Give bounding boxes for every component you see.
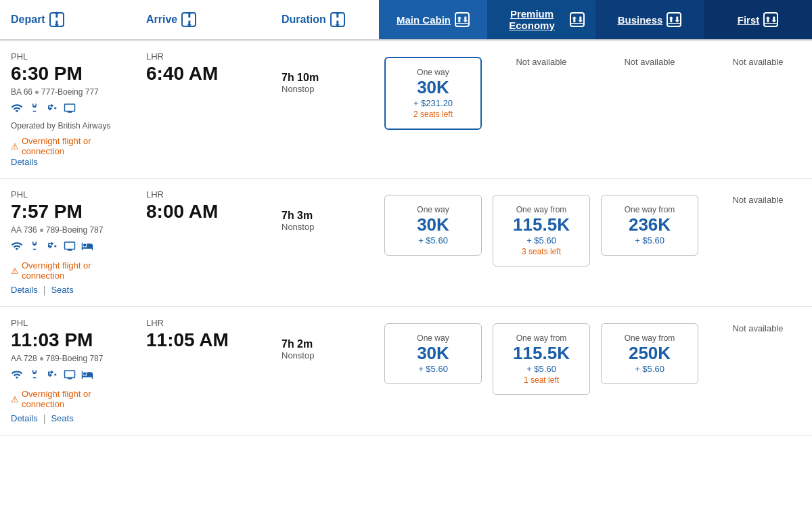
- power-icon: [28, 369, 41, 383]
- duration-time: 7h 10m: [281, 72, 368, 84]
- depart-col: PHL 7:57 PM AA 736 789-Boeing 787 ⚠ Over…: [0, 189, 135, 296]
- main-cabin-price-box[interactable]: One way 30K + $5.60: [384, 323, 482, 384]
- premium-economy-tax: + $5.60: [526, 364, 556, 374]
- business-sort-button[interactable]: ⬆⬇: [667, 12, 681, 27]
- arrive-time: 11:05 AM: [146, 329, 260, 351]
- first-header[interactable]: First ⬆⬇: [704, 0, 812, 39]
- arrive-airport: LHR: [146, 189, 260, 200]
- main-cabin-price-cell[interactable]: One way 30K + $5.60: [379, 318, 487, 390]
- flight-number: AA 728 789-Boeing 787: [11, 354, 125, 363]
- premium-economy-price-cell[interactable]: One way from 115.5K + $5.60 1 seat left: [487, 318, 595, 400]
- business-header[interactable]: Business ⬆⬇: [595, 0, 704, 39]
- details-link[interactable]: Details: [11, 157, 38, 167]
- business-tax: + $5.60: [635, 364, 664, 374]
- flight-number: BA 66 777-Boeing 777: [11, 87, 125, 97]
- premium-economy-seats-left: 1 seat left: [524, 375, 559, 385]
- main-cabin-price-cell[interactable]: One way 30K + $5.60: [379, 189, 487, 261]
- premium-economy-one-way-label: One way from: [516, 205, 567, 214]
- flight-links: Details | Seats: [11, 285, 125, 296]
- usb-icon: [46, 369, 58, 383]
- duration-header[interactable]: Duration ⬆⬇: [271, 0, 379, 39]
- depart-col: PHL 11:03 PM AA 728 789-Boeing 787 ⚠ Ove…: [0, 318, 135, 424]
- business-one-way-label: One way from: [625, 333, 675, 343]
- stop-type: Nonstop: [281, 84, 368, 94]
- flight-row: PHL 7:57 PM AA 736 789-Boeing 787 ⚠ Over…: [0, 179, 812, 307]
- main-cabin-one-way-label: One way: [417, 333, 449, 343]
- warning-icon: ⚠: [11, 266, 19, 276]
- seats-link[interactable]: Seats: [51, 285, 73, 296]
- depart-sort-button[interactable]: ⬆⬇: [49, 12, 64, 27]
- premium-economy-price-box[interactable]: One way from 115.5K + $5.60 1 seat left: [493, 323, 590, 395]
- duration-col: 7h 2m Nonstop: [271, 318, 379, 360]
- first-label: First: [738, 14, 760, 26]
- premium-economy-price-cell[interactable]: One way from 115.5K + $5.60 3 seats left: [487, 189, 595, 272]
- depart-header[interactable]: Depart ⬆⬇: [0, 0, 135, 39]
- overnight-warning: ⚠ Overnight flight or connection: [11, 136, 125, 156]
- depart-col: PHL 6:30 PM BA 66 777-Boeing 777 Operate…: [0, 51, 135, 167]
- seats-link[interactable]: Seats: [51, 413, 73, 424]
- business-miles: 236K: [629, 214, 671, 235]
- main-cabin-miles: 30K: [417, 77, 449, 98]
- main-cabin-price-cell[interactable]: One way 30K + $231.20 2 seats left: [379, 51, 487, 135]
- business-price-box[interactable]: One way from 250K + $5.60: [601, 323, 698, 384]
- duration-time: 7h 2m: [281, 338, 368, 350]
- main-cabin-sort-button[interactable]: ⬆⬇: [455, 12, 470, 27]
- entertainment-icon: [64, 369, 76, 383]
- amenities: [11, 240, 125, 255]
- flight-row: PHL 11:03 PM AA 728 789-Boeing 787 ⚠ Ove…: [0, 307, 812, 436]
- depart-airport: PHL: [11, 189, 125, 200]
- amenities: [11, 369, 125, 383]
- arrive-header[interactable]: Arrive ⬆⬇: [135, 0, 271, 39]
- column-headers: Depart ⬆⬇ Arrive ⬆⬇ Duration ⬆⬇ Main Cab…: [0, 0, 812, 41]
- main-cabin-one-way-label: One way: [417, 205, 449, 214]
- stop-type: Nonstop: [281, 350, 368, 360]
- warning-icon: ⚠: [11, 141, 19, 151]
- stop-type: Nonstop: [281, 222, 368, 232]
- amenities: [11, 102, 125, 117]
- arrive-time: 6:40 AM: [146, 63, 260, 85]
- business-miles: 250K: [629, 343, 671, 364]
- arrive-col: LHR 8:00 AM: [135, 189, 271, 223]
- business-price-cell[interactable]: One way from 250K + $5.60: [595, 318, 704, 390]
- premium-economy-label: Premium Economy: [498, 8, 566, 31]
- overnight-text: Overnight flight or connection: [22, 136, 125, 156]
- arrive-label: Arrive: [146, 14, 177, 26]
- main-cabin-miles: 30K: [417, 214, 449, 235]
- entertainment-icon: [64, 102, 76, 117]
- business-not-available: Not available: [595, 51, 704, 72]
- premium-economy-price-box[interactable]: One way from 115.5K + $5.60 3 seats left: [493, 195, 590, 266]
- business-price-box[interactable]: One way from 236K + $5.60: [601, 195, 698, 256]
- arrive-sort-button[interactable]: ⬆⬇: [181, 12, 196, 27]
- main-cabin-tax: + $231.20: [413, 98, 453, 108]
- first-not-available: Not available: [704, 318, 812, 339]
- details-link[interactable]: Details: [11, 285, 38, 296]
- main-cabin-header[interactable]: Main Cabin ⬆⬇: [379, 0, 487, 39]
- main-cabin-price-box[interactable]: One way 30K + $5.60: [384, 195, 482, 256]
- power-icon: [28, 102, 41, 117]
- operated-by: Operated by British Airways: [11, 121, 125, 131]
- premium-economy-miles: 115.5K: [513, 214, 570, 235]
- overnight-text: Overnight flight or connection: [22, 389, 125, 409]
- business-price-cell[interactable]: One way from 236K + $5.60: [595, 189, 704, 261]
- premium-economy-tax: + $5.60: [526, 235, 556, 246]
- arrive-col: LHR 11:05 AM: [135, 318, 271, 351]
- duration-time: 7h 3m: [281, 210, 368, 222]
- overnight-text: Overnight flight or connection: [22, 260, 125, 281]
- flight-links: Details | Seats: [11, 413, 125, 424]
- duration-sort-button[interactable]: ⬆⬇: [330, 12, 345, 27]
- premium-economy-miles: 115.5K: [513, 343, 570, 364]
- bed-icon: [81, 240, 93, 255]
- premium-economy-header[interactable]: Premium Economy ⬆⬇: [487, 0, 595, 39]
- main-cabin-label: Main Cabin: [397, 14, 451, 26]
- premium-economy-not-available: Not available: [487, 51, 595, 72]
- details-link[interactable]: Details: [11, 413, 38, 424]
- business-label: Business: [618, 14, 663, 26]
- first-sort-button[interactable]: ⬆⬇: [763, 12, 778, 27]
- power-icon: [28, 240, 41, 255]
- flight-number: AA 736 789-Boeing 787: [11, 225, 125, 235]
- arrive-airport: LHR: [146, 51, 260, 62]
- main-cabin-price-box[interactable]: One way 30K + $231.20 2 seats left: [384, 57, 482, 130]
- premium-economy-sort-button[interactable]: ⬆⬇: [570, 12, 585, 27]
- business-one-way-label: One way from: [625, 205, 675, 214]
- warning-icon: ⚠: [11, 394, 19, 404]
